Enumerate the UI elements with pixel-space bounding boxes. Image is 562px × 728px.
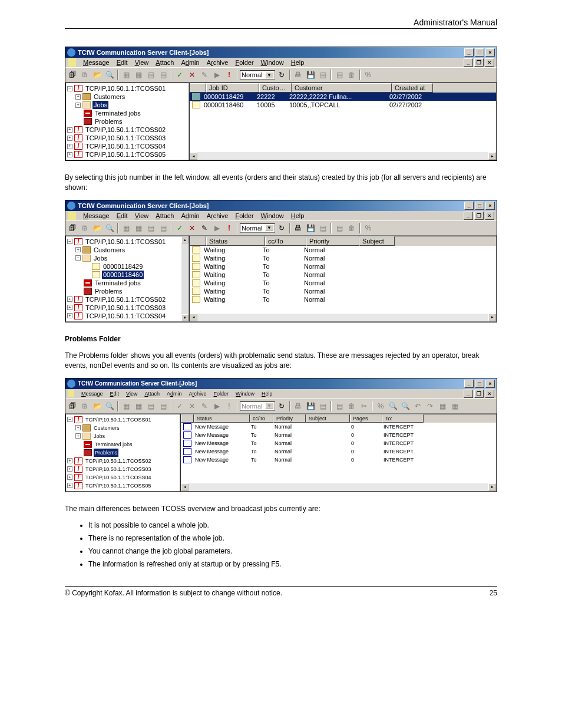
close-button[interactable]: × — [485, 202, 495, 210]
scroll-left-icon[interactable]: ◂ — [190, 152, 197, 160]
priority-combo[interactable]: Normal▼ — [240, 70, 275, 80]
table-row[interactable]: New MessageToNormal0INTERCEPT — [181, 447, 496, 456]
hscrollbar[interactable]: ◂ ▸ — [181, 483, 496, 491]
tree-pane[interactable]: −lTCP/IP,10.50.1.1:TCOSS01 +Customers −J… — [65, 236, 189, 322]
tool-3-icon[interactable]: ▤ — [145, 400, 157, 412]
menu-window[interactable]: Window — [257, 212, 287, 220]
tree-server-1[interactable]: −lTCP/IP,10.50.1.1:TCOSS01 — [67, 238, 187, 246]
tool-2-icon[interactable]: ▦ — [133, 69, 144, 81]
tree-pane[interactable]: −lTCP/IP,10.50.1.1:TCOSS01 +Customers +J… — [65, 83, 189, 160]
tool-2-icon[interactable]: ▦ — [133, 400, 144, 412]
maximize-button[interactable]: □ — [475, 380, 484, 388]
menu-attach[interactable]: Attach — [152, 212, 177, 220]
mdi-close-button[interactable]: × — [485, 390, 494, 398]
tree-customers[interactable]: +Customers — [67, 93, 187, 101]
tree-server[interactable]: +lTCP/IP,10.50.1.1:TCOSS02 — [67, 457, 178, 465]
menu-edit[interactable]: Edit — [107, 390, 123, 397]
tree-server-1[interactable]: −lTCP/IP,10.50.1.1:TCOSS01 — [67, 416, 178, 424]
zoom-icon[interactable]: % — [362, 69, 374, 81]
find-icon[interactable]: 🔍 — [104, 400, 115, 412]
del-icon[interactable]: 🗑 — [346, 400, 358, 412]
scroll-right-icon[interactable]: ▸ — [488, 483, 496, 491]
table-row[interactable]: WaitingToNormal — [190, 271, 496, 279]
tree-terminated[interactable]: Terminated jobs — [67, 279, 187, 287]
alert-icon[interactable]: ! — [223, 69, 235, 81]
new-icon[interactable]: 🗎 — [79, 222, 91, 234]
scroll-right-icon[interactable]: ▸ — [488, 314, 496, 321]
menu-attach[interactable]: Attach — [141, 390, 163, 397]
table-row[interactable]: WaitingToNormal — [190, 254, 496, 262]
find-icon[interactable]: 🔍 — [104, 69, 115, 81]
cancel-icon[interactable]: ✕ — [186, 400, 198, 412]
mdi-restore-button[interactable]: ❐ — [474, 58, 484, 67]
col-header[interactable]: Pages — [350, 414, 382, 423]
tree-terminated[interactable]: Terminated jobs — [67, 440, 178, 449]
tree-jobs[interactable]: +Jobs — [67, 432, 178, 440]
menu-view[interactable]: View — [123, 390, 141, 397]
menu-edit[interactable]: Edit — [113, 212, 131, 220]
chevron-down-icon[interactable]: ▼ — [265, 225, 273, 231]
table-row[interactable]: WaitingToNormal — [190, 262, 496, 271]
tool-1-icon[interactable]: ▦ — [120, 222, 132, 234]
scroll-left-icon[interactable]: ◂ — [190, 314, 197, 321]
menu-window[interactable]: Window — [257, 58, 287, 67]
menu-archive[interactable]: Archive — [186, 390, 210, 397]
alert-icon[interactable]: ! — [223, 400, 235, 412]
copy-icon[interactable]: 🗐 — [67, 400, 78, 412]
tool-3-icon[interactable]: ▤ — [145, 222, 157, 234]
table-row[interactable]: WaitingToNormal — [190, 246, 496, 254]
tool-3-icon[interactable]: ▤ — [145, 69, 157, 81]
priority-combo[interactable]: Normal▼ — [240, 223, 275, 233]
table-row[interactable]: WaitingToNormal — [190, 295, 496, 304]
tool-1-icon[interactable]: ▦ — [120, 400, 132, 412]
tree-server[interactable]: +lTCP/IP,10.50.1.1:TCOSS04 — [67, 473, 178, 482]
scroll-left-icon[interactable]: ◂ — [181, 483, 189, 491]
menu-admin[interactable]: Admin — [163, 390, 186, 397]
list-pane[interactable]: Job IDCustom...CustomerCreated at 000001… — [189, 83, 497, 160]
play-icon[interactable]: ▶ — [211, 222, 223, 234]
tool-2-icon[interactable]: ▦ — [133, 222, 144, 234]
mdi-minimize-button[interactable]: _ — [464, 58, 473, 67]
tree-server-4[interactable]: +lTCP/IP,10.50.1.1:TCOSS04 — [67, 312, 187, 320]
open-icon[interactable]: 📂 — [91, 69, 103, 81]
tool-4-icon[interactable]: ▤ — [157, 222, 169, 234]
table-row[interactable]: New MessageToNormal0INTERCEPT — [181, 423, 496, 431]
scroll-up-icon[interactable]: ▴ — [181, 236, 189, 243]
table-row[interactable]: WaitingToNormal — [190, 287, 496, 295]
scroll-down-icon[interactable]: ▾ — [181, 314, 189, 321]
tool-4-icon[interactable]: ▤ — [157, 400, 169, 412]
new-icon[interactable]: 🗎 — [79, 400, 91, 412]
check-icon[interactable]: ✓ — [174, 222, 186, 234]
play-icon[interactable]: ▶ — [211, 400, 223, 412]
chevron-down-icon[interactable]: ▼ — [265, 72, 273, 78]
menu-admin[interactable]: Admin — [177, 58, 203, 67]
edit-icon[interactable]: ✎ — [199, 400, 210, 412]
table-row[interactable]: WaitingToNormal — [190, 279, 496, 287]
open-icon[interactable]: 📂 — [91, 400, 103, 412]
table-row[interactable]: 000001184292222222222,22222 Fullna...02/… — [190, 93, 496, 101]
tree-server-2[interactable]: +lTCP/IP,10.50.1.1:TCOSS02 — [67, 295, 187, 304]
menu-folder[interactable]: Folder — [232, 58, 257, 67]
save-icon[interactable]: 💾 — [305, 222, 316, 234]
list-pane[interactable]: Statuscc/ToPrioritySubject WaitingToNorm… — [189, 236, 497, 322]
cancel-icon[interactable]: ✕ — [186, 69, 198, 81]
grid2-icon[interactable]: ▦ — [449, 400, 461, 412]
close-button[interactable]: × — [485, 380, 495, 388]
tree-server-1[interactable]: −lTCP/IP,10.50.1.1:TCOSS01 — [67, 84, 187, 93]
tree-terminated[interactable]: Terminated jobs — [67, 109, 187, 117]
titlebar[interactable]: TCfW Communication Server Client-[Jobs] … — [65, 378, 497, 389]
menu-attach[interactable]: Attach — [152, 58, 177, 67]
close-button[interactable]: × — [485, 48, 495, 57]
print-icon[interactable]: 🖶 — [292, 400, 304, 412]
col-header[interactable]: cc/To — [250, 414, 273, 423]
col-header[interactable]: Status — [206, 236, 265, 246]
menu-help[interactable]: Help — [287, 58, 308, 67]
list-icon[interactable]: ▤ — [333, 69, 345, 81]
menu-view[interactable]: View — [131, 58, 153, 67]
print-icon[interactable]: 🖶 — [292, 222, 304, 234]
titlebar[interactable]: TCfW Communication Server Client-[Jobs] … — [65, 200, 497, 211]
mdi-restore-button[interactable]: ❐ — [474, 212, 484, 220]
mdi-minimize-button[interactable]: _ — [464, 212, 473, 220]
hscrollbar[interactable]: ◂ ▸ — [190, 152, 496, 160]
copy-icon[interactable]: 🗐 — [67, 69, 78, 81]
